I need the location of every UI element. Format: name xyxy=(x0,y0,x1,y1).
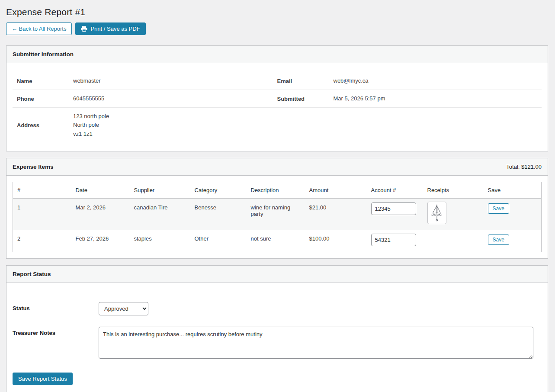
report-status-body: Status Approved Treasurer Notes This is … xyxy=(6,283,548,392)
expense-row-1: 1 Mar 2, 2026 canadian Tire Benesse wine… xyxy=(13,198,542,230)
report-status-header: Report Status xyxy=(6,266,548,283)
phone-label: Phone xyxy=(17,96,73,102)
status-label: Status xyxy=(13,302,99,312)
address-value: 123 north pole North pole vz1 1z1 xyxy=(73,112,277,138)
info-row-name-email: Name webmaster Email web@lmyc.ca xyxy=(13,72,542,90)
col-receipts: Receipts xyxy=(423,182,484,198)
row1-receipt-thumbnail[interactable] xyxy=(427,202,446,224)
back-to-reports-button[interactable]: ← Back to All Reports xyxy=(6,22,72,35)
info-row-address: Address 123 north pole North pole vz1 1z… xyxy=(13,108,542,143)
info-row-phone-submitted: Phone 6045555555 Submitted Mar 5, 2026 5… xyxy=(13,90,542,108)
row2-save-button[interactable]: Save xyxy=(488,235,509,245)
save-report-status-button[interactable]: Save Report Status xyxy=(13,373,73,385)
report-status-title: Report Status xyxy=(13,271,51,277)
row2-no-receipt: — xyxy=(423,230,484,252)
name-value: webmaster xyxy=(73,77,277,85)
row2-category: Other xyxy=(190,230,247,252)
col-num: # xyxy=(13,182,71,198)
submitted-value: Mar 5, 2026 5:57 pm xyxy=(334,94,538,103)
row2-supplier: staples xyxy=(130,230,190,252)
expense-total: Total: $121.00 xyxy=(506,164,542,170)
col-date: Date xyxy=(71,182,130,198)
treasurer-notes-row: Treasurer Notes This is an interesting p… xyxy=(13,327,542,359)
submitter-information-title: Submitter Information xyxy=(13,51,74,58)
col-save: Save xyxy=(484,182,542,198)
row2-description: not sure xyxy=(247,230,305,252)
row1-date: Mar 2, 2026 xyxy=(71,198,130,230)
status-select[interactable]: Approved xyxy=(99,302,148,315)
row2-amount: $100.00 xyxy=(305,230,367,252)
expense-items-title: Expense Items xyxy=(13,164,54,170)
submitted-label: Submitted xyxy=(277,96,334,102)
col-supplier: Supplier xyxy=(130,182,190,198)
print-save-pdf-label: Print / Save as PDF xyxy=(90,26,140,32)
expense-items-body: # Date Supplier Category Description Amo… xyxy=(6,176,548,258)
treasurer-notes-textarea[interactable]: This is an interesting purchase... requi… xyxy=(99,327,533,359)
page-wrap: Expense Report #1 ← Back to All Reports … xyxy=(0,0,555,392)
expense-items-header: Expense Items Total: $121.00 xyxy=(6,158,548,176)
page-title: Expense Report #1 xyxy=(6,7,548,17)
row2-num: 2 xyxy=(13,230,71,252)
sailboat-receipt-icon xyxy=(430,203,444,222)
expense-row-2: 2 Feb 27, 2026 staples Other not sure $1… xyxy=(13,230,542,252)
status-row: Status Approved xyxy=(13,302,542,315)
col-description: Description xyxy=(247,182,305,198)
row1-supplier: canadian Tire xyxy=(130,198,190,230)
col-amount: Amount xyxy=(305,182,367,198)
row2-date: Feb 27, 2026 xyxy=(71,230,130,252)
row1-save-button[interactable]: Save xyxy=(488,203,509,214)
submitter-information-header: Submitter Information xyxy=(6,46,548,63)
row1-amount: $21.00 xyxy=(305,198,367,230)
status-actions: Save Report Status xyxy=(13,373,542,385)
expense-items-table: # Date Supplier Category Description Amo… xyxy=(13,182,542,252)
row1-category: Benesse xyxy=(190,198,247,230)
col-category: Category xyxy=(190,182,247,198)
email-label: Email xyxy=(277,78,334,84)
report-status-card: Report Status Status Approved Treasurer … xyxy=(6,265,548,392)
expense-items-card: Expense Items Total: $121.00 # Date Supp… xyxy=(6,158,548,259)
row1-account-input[interactable] xyxy=(371,202,416,215)
expense-table-header-row: # Date Supplier Category Description Amo… xyxy=(13,182,542,198)
phone-value: 6045555555 xyxy=(73,94,277,103)
row1-num: 1 xyxy=(13,198,71,230)
submitter-information-card: Submitter Information Name webmaster Ema… xyxy=(6,45,548,151)
printer-icon xyxy=(81,26,87,32)
row1-description: wine for naming party xyxy=(247,198,305,230)
email-value: web@lmyc.ca xyxy=(334,77,538,85)
row2-account-input[interactable] xyxy=(371,234,416,246)
address-label: Address xyxy=(17,122,73,129)
toolbar: ← Back to All Reports Print / Save as PD… xyxy=(6,22,548,35)
treasurer-notes-label: Treasurer Notes xyxy=(13,327,99,336)
col-account: Account # xyxy=(367,182,423,198)
print-save-pdf-button[interactable]: Print / Save as PDF xyxy=(75,22,145,35)
submitter-info-table: Name webmaster Email web@lmyc.ca Phone 6… xyxy=(13,72,542,143)
submitter-information-body: Name webmaster Email web@lmyc.ca Phone 6… xyxy=(6,63,548,151)
name-label: Name xyxy=(17,78,73,84)
